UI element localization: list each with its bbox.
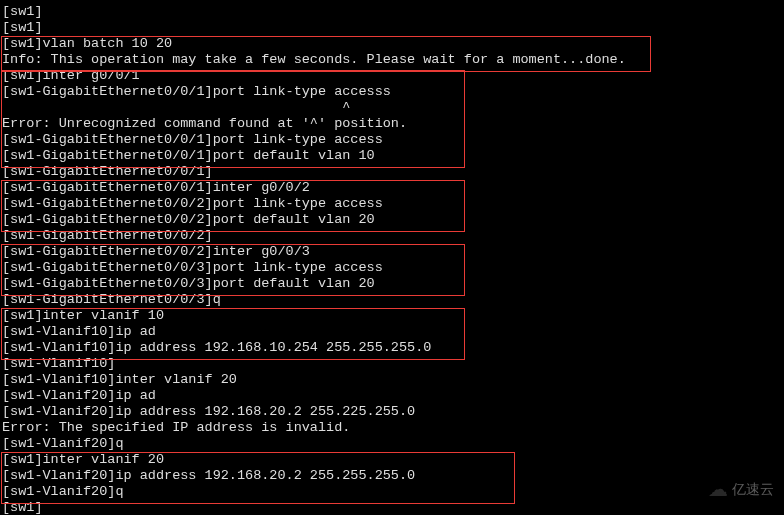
terminal-line: [sw1] [2,500,784,515]
terminal-line: [sw1-Vlanif20]ip address 192.168.20.2 25… [2,468,784,484]
terminal-line: [sw1-GigabitEthernet0/0/2]port default v… [2,212,784,228]
terminal-line: [sw1-GigabitEthernet0/0/3]port link-type… [2,260,784,276]
terminal-line: Error: Unrecognized command found at '^'… [2,116,784,132]
terminal-line: [sw1-GigabitEthernet0/0/2]port link-type… [2,196,784,212]
terminal-output[interactable]: [sw1] [sw1] [sw1]vlan batch 10 20 Info: … [0,0,784,515]
terminal-line: [sw1]inter vlanif 10 [2,308,784,324]
terminal-line: [sw1-GigabitEthernet0/0/2]inter g0/0/3 [2,244,784,260]
terminal-line: Info: This operation may take a few seco… [2,52,784,68]
terminal-line: [sw1] [2,4,784,20]
terminal-line: [sw1-GigabitEthernet0/0/3]port default v… [2,276,784,292]
terminal-line: [sw1-GigabitEthernet0/0/1]inter g0/0/2 [2,180,784,196]
terminal-line: [sw1-GigabitEthernet0/0/1] [2,164,784,180]
terminal-line: [sw1]inter vlanif 20 [2,452,784,468]
watermark: ☁ 亿速云 [708,481,774,497]
terminal-line: [sw1-Vlanif10]ip ad [2,324,784,340]
terminal-line: [sw1-GigabitEthernet0/0/1]port default v… [2,148,784,164]
terminal-line: [sw1-Vlanif20]q [2,436,784,452]
terminal-line: [sw1] [2,20,784,36]
watermark-text: 亿速云 [732,481,774,497]
terminal-line: [sw1-Vlanif10]ip address 192.168.10.254 … [2,340,784,356]
terminal-line: [sw1-GigabitEthernet0/0/2] [2,228,784,244]
terminal-line: [sw1-GigabitEthernet0/0/1]port link-type… [2,132,784,148]
terminal-line: [sw1-Vlanif20]q [2,484,784,500]
terminal-line: [sw1-Vlanif10]inter vlanif 20 [2,372,784,388]
terminal-line: [sw1]inter g0/0/1 [2,68,784,84]
cloud-icon: ☁ [708,481,728,497]
terminal-line: [sw1]vlan batch 10 20 [2,36,784,52]
terminal-line: [sw1-Vlanif20]ip ad [2,388,784,404]
terminal-line: Error: The specified IP address is inval… [2,420,784,436]
terminal-line: ^ [2,100,784,116]
terminal-line: [sw1-GigabitEthernet0/0/1]port link-type… [2,84,784,100]
terminal-line: [sw1-Vlanif10] [2,356,784,372]
terminal-line: [sw1-GigabitEthernet0/0/3]q [2,292,784,308]
terminal-line: [sw1-Vlanif20]ip address 192.168.20.2 25… [2,404,784,420]
